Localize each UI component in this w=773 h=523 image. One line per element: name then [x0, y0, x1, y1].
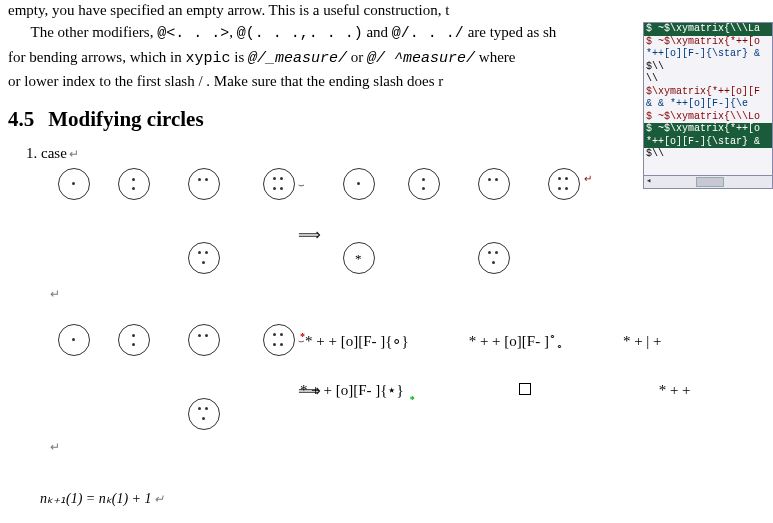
circle-face [188, 168, 220, 200]
circle-face [343, 168, 375, 200]
circle-face [478, 168, 510, 200]
return-icon: ↵ [69, 147, 79, 161]
circle-face [188, 398, 220, 430]
panel-line: & & *++[o][F-]{\e [644, 98, 772, 111]
circle-face [58, 168, 90, 200]
circle-face [263, 324, 295, 356]
formula-square [519, 375, 531, 405]
section-number: 4.5 [8, 107, 34, 131]
txt: or [347, 49, 367, 65]
code: @/_measure/ [248, 50, 347, 67]
panel-line: *++[o][F-]{\star} & [644, 48, 772, 61]
code: xypic [185, 50, 230, 67]
panel-line: \\ [644, 73, 772, 86]
formula-block: ** + + [o][F- ]{∘} * + + [o][F- ]∘∘ * + … [300, 325, 691, 405]
txt: The other modifiers, [31, 24, 158, 40]
txt: are typed as sh [464, 24, 556, 40]
case-text: 1. case [26, 145, 67, 161]
panel-line: $ ~$\xymatrix{\\\La [644, 23, 772, 36]
panel-line: $ ~$\xymatrix{*++[o [644, 36, 772, 49]
txt: and [363, 24, 392, 40]
panel-line: $ ~$\xymatrix{*++[o [644, 123, 772, 136]
panel-line: $\xymatrix{*++[o][F [644, 86, 772, 99]
panel-scrollbar[interactable]: ◂ [644, 175, 772, 188]
circle-face [478, 242, 510, 274]
return-icon: ↵ [154, 492, 164, 506]
code: @(. . .,. . .) [237, 25, 363, 42]
formula: * + + [o][F- ]∘∘ [469, 325, 563, 357]
tick-icon: ⌣ [298, 178, 305, 192]
panel-line: $\\ [644, 61, 772, 74]
code: @/ ^measure/ [367, 50, 475, 67]
code-sidepanel: $ ~$\xymatrix{\\\La $ ~$\xymatrix{*++[o … [643, 22, 773, 189]
circle-face-star [343, 242, 375, 274]
circle-face [58, 324, 90, 356]
txt: , [229, 24, 237, 40]
formula: ** + + [o][F- ]{∘} [300, 326, 409, 356]
formula: * + + [659, 375, 691, 405]
formula: * + | + [623, 326, 662, 356]
return-icon: ↵ [50, 286, 60, 302]
scroll-left-icon[interactable]: ◂ [646, 176, 651, 187]
circle-face [118, 324, 150, 356]
tick-icon: ↵ [584, 172, 592, 186]
body-line-1: empty, you have specified an empty arrow… [8, 0, 765, 20]
circle-face [263, 168, 295, 200]
formula: * + + [o][F- ]{⋆}* [300, 375, 409, 405]
equation-line: nₖ₊₁(1) = nₖ(1) + 1↵ [40, 490, 164, 509]
circle-face [118, 168, 150, 200]
txt: is [230, 49, 248, 65]
return-icon: ↵ [50, 439, 60, 455]
panel-line: *++[o][F-]{\star} & [644, 136, 772, 149]
circle-face [408, 168, 440, 200]
panel-line: $ ~$\xymatrix{\\\Lo [644, 111, 772, 124]
txt: where [475, 49, 515, 65]
circle-face [188, 324, 220, 356]
code: @/. . ./ [392, 25, 464, 42]
section-title: Modifying circles [48, 107, 203, 131]
code: @<. . .> [157, 25, 229, 42]
panel-line: $\\ [644, 148, 772, 161]
arrow-icon: ⟹ [298, 224, 321, 246]
circle-face [548, 168, 580, 200]
scroll-thumb[interactable] [696, 177, 724, 187]
txt: for bending arrows, which in [8, 49, 185, 65]
circle-face [188, 242, 220, 274]
